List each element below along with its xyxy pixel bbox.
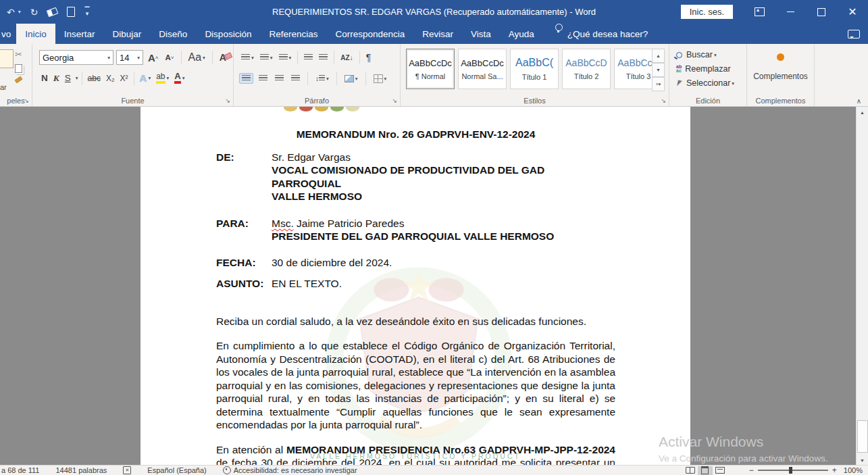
styles-scroll-up-icon[interactable]: ▲ — [652, 49, 665, 63]
underline-dropdown-icon[interactable]: ▾ — [76, 75, 78, 81]
memo-para-row[interactable]: PARA: Msc. Jaime Patricio Paredes PRESID… — [216, 217, 615, 243]
tab-ayuda[interactable]: Ayuda — [500, 24, 543, 44]
paragraph-cootad[interactable]: En cumplimiento a lo que establece el Có… — [216, 339, 615, 432]
feedback-icon[interactable] — [848, 30, 860, 39]
font-color-button[interactable]: A▾ — [172, 71, 186, 85]
highlight-button[interactable]: ab▾ — [154, 72, 171, 85]
zoom-in-button[interactable]: + — [828, 466, 841, 475]
tab-insertar[interactable]: Insertar — [55, 24, 104, 44]
text-effects-button[interactable]: A▾ — [138, 71, 153, 85]
font-name-combo[interactable]: Georgia ▾ — [39, 50, 113, 65]
copy-icon[interactable] — [15, 64, 22, 73]
collapse-ribbon-icon[interactable]: ∧ — [857, 97, 861, 105]
scroll-down-icon[interactable]: ▼ — [857, 455, 868, 466]
numbering-button[interactable]: ▾ — [258, 53, 275, 62]
styles-dialog-launcher-icon[interactable]: ↘ — [661, 98, 666, 104]
strikethrough-button[interactable]: abc — [86, 72, 103, 84]
tab-correspondencia[interactable]: Correspondencia — [326, 24, 413, 44]
tab-dibujar[interactable]: Dibujar — [104, 24, 151, 44]
zoom-level[interactable]: 100% — [844, 466, 863, 474]
multilevel-list-button[interactable]: ▾ — [277, 53, 294, 62]
justify-button[interactable] — [289, 74, 302, 83]
customize-quick-access-icon[interactable]: ▔▾ — [84, 9, 89, 16]
change-case-button[interactable]: Aa▾ — [186, 50, 207, 65]
tab-vista[interactable]: Vista — [462, 24, 500, 44]
italic-button[interactable]: K — [51, 72, 61, 85]
bold-button[interactable]: N — [39, 72, 50, 84]
align-left-button[interactable] — [239, 73, 253, 84]
undo-icon[interactable]: ↶ — [7, 7, 15, 18]
tab-revisar[interactable]: Revisar — [413, 24, 462, 44]
read-mode-button[interactable] — [683, 466, 698, 475]
page-indicator[interactable]: a 68 de 111 — [1, 466, 39, 474]
word-count[interactable]: 14481 palabras — [55, 466, 107, 474]
zoom-slider[interactable] — [758, 470, 828, 471]
language-indicator[interactable]: Español (España) — [147, 466, 206, 474]
undo-dropdown-icon[interactable]: ▾ — [18, 9, 21, 15]
style-titulo-2[interactable]: AaBbCcDTítulo 2 — [562, 49, 611, 89]
memo-fecha-row[interactable]: FECHA: 30 de diciembre del 2024. — [216, 256, 615, 270]
replace-button[interactable]: abacReemplazar — [675, 64, 746, 74]
tab-referencias[interactable]: Referencias — [260, 24, 326, 44]
maximize-button[interactable] — [806, 0, 837, 24]
style-normal[interactable]: AaBbCcDc¶ Normal — [406, 49, 455, 89]
memo-heading[interactable]: MEMORANDUM Nro. 26 GADPRVH-ENV-12-2024 — [216, 128, 615, 141]
tab-disposicion[interactable]: Disposición — [196, 24, 260, 44]
shrink-font-button[interactable]: A˅ — [163, 52, 176, 63]
zoom-out-button[interactable]: − — [745, 466, 758, 475]
addins-button[interactable]: Complementos — [747, 53, 814, 81]
select-button[interactable]: Seleccionar▾ — [675, 78, 746, 89]
scrollbar-thumb[interactable] — [857, 420, 868, 453]
redo-icon[interactable]: ↻ — [30, 7, 39, 18]
tab-inicio[interactable]: Inicio — [16, 24, 55, 44]
increase-indent-button[interactable] — [317, 53, 330, 62]
font-size-combo[interactable]: 14 ▾ — [116, 50, 143, 65]
decrease-indent-button[interactable] — [302, 53, 315, 62]
ribbon-display-options-button[interactable] — [744, 0, 775, 24]
scroll-up-icon[interactable]: ▲ — [857, 107, 868, 118]
align-center-button[interactable] — [257, 74, 270, 83]
styles-gallery-expand-icon[interactable]: ≡▾ — [652, 77, 665, 91]
style-normal-sa[interactable]: AaBbCcDcNormal Sa... — [458, 49, 507, 89]
find-button[interactable]: Buscar▾ — [675, 49, 746, 60]
style-titulo-1[interactable]: AaBbC(Título 1 — [510, 49, 559, 89]
line-spacing-button[interactable]: ↕▾ — [313, 74, 331, 84]
paragraph-greeting[interactable]: Reciba un cordial saludo, a la vez deseá… — [216, 315, 615, 328]
paragraph-memorandum[interactable]: En atención al MEMORANDUM PRESIDENCIA Nr… — [216, 443, 615, 466]
subscript-button[interactable]: X₂ — [104, 72, 117, 84]
paragraph-dialog-launcher-icon[interactable]: ↘ — [392, 98, 397, 104]
clear-formatting-button[interactable]: A — [218, 51, 228, 64]
superscript-button[interactable]: X² — [118, 72, 130, 84]
memo-de-row[interactable]: DE: Sr. Edgar Vargas VOCAL COMISIONADO D… — [216, 151, 615, 203]
web-layout-button[interactable] — [713, 466, 727, 475]
grow-font-button[interactable]: A˄ — [146, 51, 161, 65]
font-dialog-launcher-icon[interactable]: ↘ — [225, 98, 230, 104]
document-page[interactable]: VALLE HERMOSO TURISTICO Y PRODUCT MEMORA… — [141, 107, 690, 466]
memo-asunto-row[interactable]: ASUNTO: EN EL TEXTO. — [216, 277, 615, 291]
borders-button[interactable]: ▾ — [372, 73, 389, 84]
tell-me-box[interactable]: ¿Qué desea hacer? — [567, 24, 648, 44]
tab-diseno[interactable]: Diseño — [150, 24, 196, 44]
accessibility-status[interactable]: Accesibilidad: es necesario investigar — [223, 466, 357, 474]
underline-button[interactable]: S — [63, 72, 73, 84]
cut-icon[interactable]: ✂ — [15, 49, 22, 59]
shading-button[interactable]: ▾ — [342, 74, 360, 84]
vertical-scrollbar[interactable]: ▲ ▼ — [856, 107, 868, 466]
styles-scroll-down-icon[interactable]: ▼ — [652, 63, 665, 77]
tab-archivo-partial[interactable]: vo — [0, 24, 16, 44]
sign-in-button[interactable]: Inic. ses. — [681, 5, 733, 19]
print-layout-button[interactable] — [698, 466, 713, 475]
show-marks-button[interactable]: ¶ — [364, 51, 374, 64]
format-painter-icon[interactable] — [14, 76, 22, 83]
minimize-button[interactable] — [775, 0, 806, 24]
bullets-button[interactable]: ▾ — [239, 53, 256, 62]
zoom-slider-thumb[interactable] — [789, 467, 792, 474]
paste-button[interactable] — [0, 49, 14, 68]
clipboard-dialog-launcher-icon[interactable]: ↘ — [24, 98, 29, 104]
proofing-status-icon[interactable]: ✕ — [123, 466, 131, 474]
document-text[interactable]: MEMORANDUM Nro. 26 GADPRVH-ENV-12-2024 D… — [141, 128, 690, 466]
close-button[interactable]: ✕ — [837, 0, 868, 24]
eraser-icon[interactable] — [47, 7, 59, 17]
new-document-icon[interactable] — [67, 7, 75, 17]
sort-button[interactable]: AZ↓ — [338, 53, 355, 62]
